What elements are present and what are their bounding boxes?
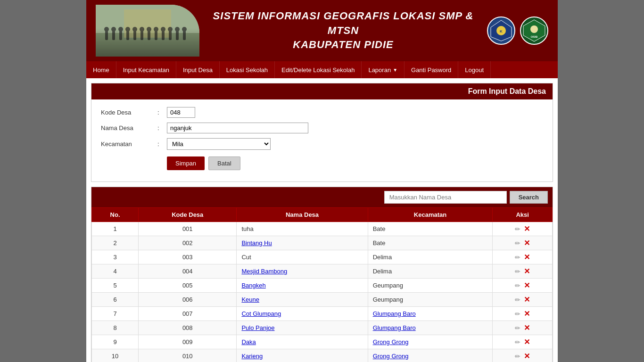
delete-icon[interactable]: ✕ <box>524 253 530 261</box>
table-row: 1 001 tuha Bate ✏ ✕ <box>92 222 553 236</box>
delete-icon[interactable]: ✕ <box>524 324 530 332</box>
cell-aksi: ✏ ✕ <box>493 236 553 250</box>
edit-icon[interactable]: ✏ <box>515 268 520 275</box>
nav-edit-delete-lokasi[interactable]: Edit/Delete Lokasi Sekolah <box>275 61 362 78</box>
svg-rect-3 <box>105 31 108 40</box>
cell-nama: tuha <box>237 222 368 236</box>
laporan-dropdown-icon: ▼ <box>393 67 397 73</box>
logo-kemdikbud: K <box>487 16 515 45</box>
table-row: 6 006 Keune Geumpang ✏ ✕ <box>92 293 553 307</box>
cell-kecamatan[interactable]: Grong Grong <box>368 335 493 349</box>
label-kecamatan: Kecamatan <box>101 140 157 148</box>
select-kecamatan[interactable]: Mila Bate Delima Geumpang Glumpang Baro … <box>167 138 271 150</box>
cell-aksi: ✏ ✕ <box>493 349 553 362</box>
cell-nama[interactable]: Keune <box>237 293 368 307</box>
cell-nama: Cut <box>237 250 368 264</box>
form-section: Form Input Data Desa Kode Desa : Nama De… <box>91 83 553 182</box>
cell-aksi: ✏ ✕ <box>493 279 553 293</box>
cell-nama[interactable]: Daka <box>237 335 368 349</box>
delete-icon[interactable]: ✕ <box>524 239 530 247</box>
simpan-button[interactable]: Simpan <box>167 156 205 170</box>
table-row: 5 005 Bangkeh Geumpang ✏ ✕ <box>92 279 553 293</box>
svg-text:OSIB: OSIB <box>531 35 538 38</box>
cell-aksi: ✏ ✕ <box>493 307 553 321</box>
delete-icon[interactable]: ✕ <box>524 338 530 346</box>
nav-home[interactable]: Home <box>86 61 116 78</box>
svg-rect-15 <box>148 31 150 40</box>
cell-aksi: ✏ ✕ <box>493 293 553 307</box>
cell-no: 8 <box>92 321 139 335</box>
form-buttons: Simpan Batal <box>101 155 543 174</box>
svg-rect-9 <box>126 31 129 40</box>
cell-nama[interactable]: Karieng <box>237 349 368 362</box>
header-photo <box>96 5 199 57</box>
cell-kode: 001 <box>139 222 237 236</box>
edit-icon[interactable]: ✏ <box>515 310 520 318</box>
search-button[interactable]: Search <box>510 191 548 204</box>
cell-aksi: ✏ ✕ <box>493 250 553 264</box>
svg-rect-13 <box>140 31 143 40</box>
cell-kecamatan[interactable]: Grong Grong <box>368 349 493 362</box>
edit-icon[interactable]: ✏ <box>515 296 520 304</box>
delete-icon[interactable]: ✕ <box>524 281 530 289</box>
delete-icon[interactable]: ✕ <box>524 310 530 318</box>
edit-icon[interactable]: ✏ <box>515 338 520 346</box>
cell-no: 5 <box>92 279 139 293</box>
edit-icon[interactable]: ✏ <box>515 282 520 289</box>
nav-logout[interactable]: Logout <box>458 61 491 78</box>
edit-icon[interactable]: ✏ <box>515 225 520 233</box>
input-kode-desa[interactable] <box>167 107 195 118</box>
edit-icon[interactable]: ✏ <box>515 239 520 247</box>
delete-icon[interactable]: ✕ <box>524 225 530 233</box>
cell-kecamatan: Delima <box>368 264 493 279</box>
delete-icon[interactable]: ✕ <box>524 267 530 275</box>
batal-button[interactable]: Batal <box>208 156 240 170</box>
cell-no: 6 <box>92 293 139 307</box>
cell-nama[interactable]: Pulo Panjoe <box>237 321 368 335</box>
nav-ganti-pasword[interactable]: Ganti Pasword <box>405 61 458 78</box>
delete-icon[interactable]: ✕ <box>524 296 530 304</box>
edit-icon[interactable]: ✏ <box>515 353 520 360</box>
svg-point-32 <box>530 25 538 33</box>
input-nama-desa[interactable] <box>167 123 308 133</box>
label-kode-desa: Kode Desa <box>101 109 157 116</box>
search-input[interactable] <box>384 191 507 204</box>
content-area: Form Input Data Desa Kode Desa : Nama De… <box>86 83 558 362</box>
nav-input-kecamatan[interactable]: Input Kecamatan <box>116 61 176 78</box>
cell-aksi: ✏ ✕ <box>493 321 553 335</box>
cell-no: 4 <box>92 264 139 279</box>
cell-kode: 007 <box>139 307 237 321</box>
svg-rect-7 <box>119 31 122 40</box>
header-logos: K OSIB <box>487 16 548 45</box>
svg-rect-27 <box>96 5 199 57</box>
table-row: 2 002 Bintang Hu Bate ✏ ✕ <box>92 236 553 250</box>
cell-aksi: ✏ ✕ <box>493 222 553 236</box>
edit-icon[interactable]: ✏ <box>515 254 520 261</box>
svg-rect-1 <box>96 33 199 57</box>
cell-nama[interactable]: Mesjid Bambong <box>237 264 368 279</box>
cell-kecamatan: Bate <box>368 222 493 236</box>
nav-lokasi-sekolah[interactable]: Lokasi Sekolah <box>220 61 275 78</box>
table-row: 3 003 Cut Delima ✏ ✕ <box>92 250 553 264</box>
cell-kecamatan[interactable]: Glumpang Baro <box>368 307 493 321</box>
nav-input-desa[interactable]: Input Desa <box>176 61 220 78</box>
data-table: No. Kode Desa Nama Desa Kecamatan Aksi 1… <box>91 207 553 362</box>
table-row: 10 010 Karieng Grong Grong ✏ ✕ <box>92 349 553 362</box>
cell-nama[interactable]: Cot Glumpang <box>237 307 368 321</box>
delete-icon[interactable]: ✕ <box>524 352 530 360</box>
cell-nama[interactable]: Bintang Hu <box>237 236 368 250</box>
table-row: 8 008 Pulo Panjoe Glumpang Baro ✏ ✕ <box>92 321 553 335</box>
cell-kode: 009 <box>139 335 237 349</box>
svg-rect-21 <box>169 31 172 40</box>
cell-kecamatan: Geumpang <box>368 293 493 307</box>
cell-kecamatan[interactable]: Glumpang Baro <box>368 321 493 335</box>
nav-laporan[interactable]: Laporan ▼ <box>362 61 405 78</box>
edit-icon[interactable]: ✏ <box>515 324 520 332</box>
navbar: Home Input Kecamatan Input Desa Lokasi S… <box>86 61 558 78</box>
cell-kode: 006 <box>139 293 237 307</box>
cell-kecamatan: Bate <box>368 236 493 250</box>
cell-nama[interactable]: Bangkeh <box>237 279 368 293</box>
cell-kode: 004 <box>139 264 237 279</box>
cell-aksi: ✏ ✕ <box>493 264 553 279</box>
header-title: Sistem Informasi Geografis Lokasi SMP & … <box>199 9 487 52</box>
